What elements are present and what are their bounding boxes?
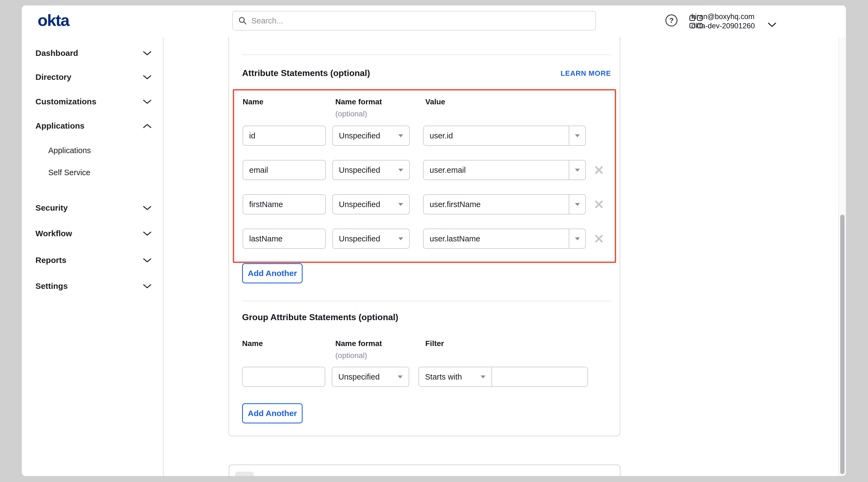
group-name-input[interactable] <box>243 367 325 386</box>
column-header-name: Name <box>242 339 263 348</box>
attr-name-input[interactable] <box>243 229 325 248</box>
column-header-name-format: Name format <box>335 98 382 106</box>
filter-type-select[interactable]: Starts with <box>419 367 492 386</box>
add-another-attribute-button[interactable]: Add Another <box>242 263 303 283</box>
next-section-panel <box>229 464 620 476</box>
sidebar-item-reports[interactable]: Reports <box>35 253 151 268</box>
sidebar-item-security[interactable]: Security <box>35 200 151 216</box>
combobox-value: user.lastName <box>424 229 569 248</box>
sidebar-item-label: Workflow <box>35 229 72 238</box>
account-chevron-down-icon[interactable] <box>768 22 776 29</box>
global-search[interactable] <box>232 11 596 31</box>
remove-row-button[interactable] <box>593 199 604 210</box>
combobox-value: user.id <box>424 126 569 145</box>
combobox-dropdown-button[interactable] <box>569 126 585 145</box>
sidebar-item-workflow[interactable]: Workflow <box>35 226 151 241</box>
attr-value-combobox[interactable]: user.lastName <box>423 229 586 249</box>
sidebar-item-label: Security <box>35 203 68 213</box>
account-menu[interactable]: kiran@boxyhq.com okta-dev-20901260 <box>691 12 755 31</box>
remove-row-button[interactable] <box>593 165 604 175</box>
search-icon <box>238 17 247 25</box>
okta-logo: okta <box>38 11 69 30</box>
attr-value-combobox[interactable]: user.id <box>423 126 586 146</box>
main-content: Attribute Statements (optional) LEARN MO… <box>163 37 846 476</box>
sidebar-item-label: Customizations <box>35 97 96 106</box>
group-name-field[interactable] <box>242 367 325 387</box>
caret-down-icon <box>480 376 486 379</box>
attr-name-field[interactable] <box>243 194 326 215</box>
caret-down-icon <box>398 169 403 172</box>
combobox-dropdown-button[interactable] <box>569 229 585 248</box>
select-value: Unspecified <box>339 166 380 175</box>
combobox-dropdown-button[interactable] <box>569 195 585 214</box>
combobox-dropdown-button[interactable] <box>569 160 585 180</box>
column-header-filter: Filter <box>425 339 444 348</box>
combobox-value: user.email <box>424 160 569 180</box>
caret-down-icon <box>575 203 580 206</box>
attr-name-input[interactable] <box>243 195 325 214</box>
column-header-name-format: Name format <box>335 339 382 348</box>
chevron-down-icon <box>143 51 151 56</box>
chevron-down-icon <box>143 258 151 263</box>
caret-down-icon <box>398 376 403 379</box>
attribute-statements-highlight-box: Name Name format (optional) Value Unspec… <box>233 89 616 263</box>
sidebar-item-label: Reports <box>35 256 66 265</box>
attr-name-format-select[interactable]: Unspecified <box>332 126 410 146</box>
select-value: Unspecified <box>339 234 380 243</box>
column-header-value: Value <box>425 98 445 106</box>
search-input[interactable] <box>251 16 590 26</box>
filter-value-field[interactable] <box>492 367 587 386</box>
attr-name-input[interactable] <box>243 126 325 145</box>
column-header-optional-note: (optional) <box>335 351 367 360</box>
sidebar-item-settings[interactable]: Settings <box>35 279 151 294</box>
attr-name-format-select[interactable]: Unspecified <box>332 194 410 215</box>
caret-down-icon <box>575 169 580 172</box>
caret-down-icon <box>575 237 580 240</box>
chevron-down-icon <box>143 99 151 104</box>
sidebar-subitem-label: Applications <box>48 146 91 155</box>
select-value: Starts with <box>425 373 462 382</box>
x-icon <box>594 233 604 244</box>
section-divider <box>242 55 611 55</box>
attr-name-field[interactable] <box>243 160 326 180</box>
attr-name-format-select[interactable]: Unspecified <box>332 160 410 180</box>
top-header: okta ? kiran@boxyhq.com okta-dev-2090126… <box>22 5 846 38</box>
x-icon <box>594 165 604 175</box>
attr-value-combobox[interactable]: user.email <box>423 160 586 180</box>
attr-value-combobox[interactable]: user.firstName <box>423 194 586 215</box>
sidebar-subitem-applications[interactable]: Applications <box>48 143 151 158</box>
scrollbar-track[interactable] <box>838 37 846 476</box>
filter-value-input[interactable] <box>492 367 587 386</box>
group-attribute-statements-title: Group Attribute Statements (optional) <box>242 312 398 322</box>
chevron-down-icon <box>143 206 151 210</box>
sidebar-item-customizations[interactable]: Customizations <box>35 94 151 109</box>
browser-window: okta ? kiran@boxyhq.com okta-dev-2090126… <box>22 5 846 476</box>
scrollbar-thumb[interactable] <box>840 215 844 474</box>
caret-down-icon <box>398 134 403 137</box>
attr-name-input[interactable] <box>243 160 325 180</box>
add-another-group-attribute-button[interactable]: Add Another <box>242 403 303 423</box>
sidebar-item-label: Settings <box>35 282 68 291</box>
sidebar-subitem-label: Self Service <box>48 168 91 177</box>
sidebar-item-label: Dashboard <box>35 49 78 58</box>
attr-name-field[interactable] <box>243 126 326 146</box>
combobox-value: user.firstName <box>424 195 569 214</box>
sidebar-subitem-self-service[interactable]: Self Service <box>48 165 151 180</box>
sidebar-nav: Dashboard Directory Customizations Appli… <box>22 37 163 476</box>
remove-row-button[interactable] <box>593 233 604 244</box>
attr-name-field[interactable] <box>243 229 326 249</box>
attr-name-format-select[interactable]: Unspecified <box>332 229 410 249</box>
group-name-format-select[interactable]: Unspecified <box>332 367 409 387</box>
select-value: Unspecified <box>339 131 380 140</box>
x-icon <box>594 199 604 210</box>
sidebar-item-dashboard[interactable]: Dashboard <box>35 45 151 61</box>
group-filter-control[interactable]: Starts with <box>418 367 588 387</box>
sidebar-item-applications[interactable]: Applications <box>35 118 151 133</box>
column-header-name: Name <box>243 98 264 106</box>
section-divider <box>242 301 611 301</box>
chevron-down-icon <box>143 75 151 79</box>
learn-more-link[interactable]: LEARN MORE <box>560 69 611 78</box>
account-email: kiran@boxyhq.com <box>691 12 755 21</box>
sidebar-item-directory[interactable]: Directory <box>35 69 151 85</box>
help-icon[interactable]: ? <box>665 14 677 26</box>
